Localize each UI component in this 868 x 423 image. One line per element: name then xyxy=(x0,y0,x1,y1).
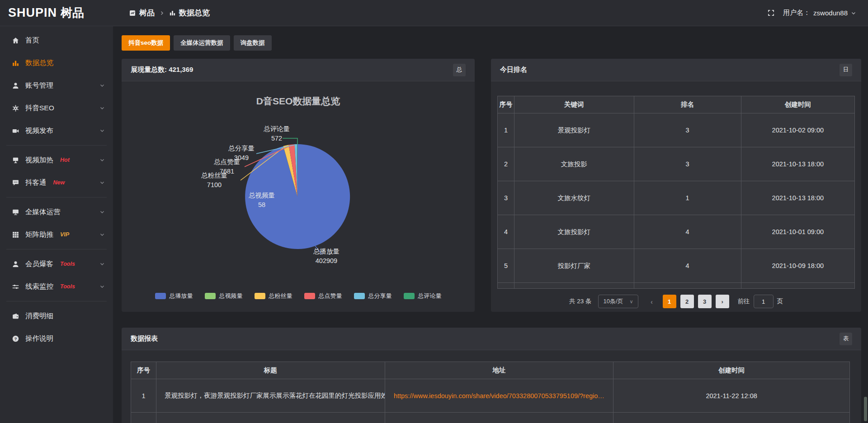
legend-label: 总播放量 xyxy=(170,292,193,300)
sidebar-item-matrix-boost[interactable]: 矩阵助推VIP xyxy=(0,223,113,246)
sidebar-item-operation-guide[interactable]: ?操作说明 xyxy=(0,327,113,350)
sidebar-divider xyxy=(6,145,107,146)
impressions-panel: 展现量总数: 421,369 总 D音SEO数据量总览 总播放量402909 总… xyxy=(122,59,475,312)
sidebar-item-label: 数据总览 xyxy=(25,58,53,68)
legend-swatch xyxy=(205,293,216,299)
sidebar-item-douyin-seo[interactable]: 抖音SEO xyxy=(0,97,113,119)
legend-label: 总评论量 xyxy=(418,292,442,300)
app-square-icon xyxy=(129,9,136,17)
breadcrumb-item-home[interactable]: 树品 xyxy=(129,8,155,18)
sidebar-item-account-management[interactable]: 账号管理 xyxy=(0,74,113,97)
chevron-down-icon xyxy=(99,128,105,133)
pie-chart: D音SEO数据量总览 总播放量402909 总视频量58 总粉丝量7100 总点 xyxy=(122,81,475,312)
legend-item-总播放量[interactable]: 总播放量 xyxy=(155,292,193,300)
pie-label-share: 总分享量3049 xyxy=(217,144,266,163)
scrollbar-thumb[interactable] xyxy=(864,397,867,421)
logo-text-en: SHUPIN xyxy=(8,6,57,20)
sidebar-badge: Tools xyxy=(60,261,75,267)
breadcrumb-item-current[interactable]: 数据总览 xyxy=(169,8,210,18)
sidebar-item-home[interactable]: 首页 xyxy=(0,29,113,52)
topbar: SHUPIN 树品 树品 数据总览 xyxy=(0,0,868,26)
bar-chart-icon xyxy=(169,9,176,16)
main-content: 抖音seo数据 全媒体运营数据 询盘数据 展现量总数: 421,369 总 D音… xyxy=(113,26,868,423)
next-page-button[interactable]: › xyxy=(716,295,729,308)
data-source-tabs: 抖音seo数据 全媒体运营数据 询盘数据 xyxy=(122,35,861,51)
douyin-seo-icon xyxy=(11,104,19,112)
col-index: 序号 xyxy=(498,96,514,113)
goto-page-input[interactable] xyxy=(754,295,774,308)
chevron-down-icon xyxy=(99,209,105,215)
chevron-down-icon: ∨ xyxy=(630,299,633,305)
sidebar-item-video-publish[interactable]: 视频发布 xyxy=(0,119,113,142)
chart-legend: 总播放量总视频量总粉丝量总点赞量总分享量总评论量 xyxy=(122,292,475,300)
user-menu[interactable]: 用户名：zswodun88 xyxy=(783,9,856,17)
table-view-button[interactable]: 表 xyxy=(840,333,852,345)
video-url-cell: https://www.iesdouyin.com/share/video/70… xyxy=(385,379,613,413)
sidebar-item-consumption-detail[interactable]: 消费明细 xyxy=(0,305,113,327)
ranking-panel-title: 今日排名 xyxy=(500,66,527,74)
total-view-button[interactable]: 总 xyxy=(453,64,466,76)
chevron-down-icon xyxy=(99,284,105,289)
table-row: 3文旅水纹灯12021-10-13 18:00 xyxy=(498,181,855,215)
sidebar-item-label: 线索监控 xyxy=(25,282,53,291)
legend-label: 总粉丝量 xyxy=(269,292,292,300)
impressions-total-label: 展现量总数: 421,369 xyxy=(131,66,193,74)
sidebar-item-douketong[interactable]: 抖客通New xyxy=(0,171,113,194)
operation-guide-icon: ? xyxy=(11,335,19,343)
chevron-right-icon xyxy=(159,10,165,16)
data-report-panel: 数据报表 表 序号 标题 地址 创建时间 xyxy=(122,328,861,423)
tab-inquiry-data[interactable]: 询盘数据 xyxy=(234,35,272,51)
sidebar-item-data-overview[interactable]: 数据总览 xyxy=(0,52,113,74)
report-table-header: 序号 标题 地址 创建时间 xyxy=(131,362,850,379)
fullscreen-icon[interactable] xyxy=(767,9,775,17)
video-link[interactable]: https://www.iesdouyin.com/share/video/70… xyxy=(394,392,604,400)
legend-item-总点赞量[interactable]: 总点赞量 xyxy=(304,292,342,300)
sidebar-item-clue-monitor[interactable]: 线索监控Tools xyxy=(0,275,113,298)
page-size-select[interactable]: 10条/页 ∨ xyxy=(598,295,638,308)
video-title-cell: 景观投影灯，夜游景观投影灯厂家展示展示落花灯在花园里的灯光投影应用效果 # xyxy=(156,379,385,413)
legend-item-总视频量[interactable]: 总视频量 xyxy=(205,292,243,300)
page-button-1[interactable]: 1 xyxy=(663,295,676,308)
logo: SHUPIN 树品 xyxy=(0,5,113,21)
col-created: 创建时间 xyxy=(613,362,850,379)
legend-item-总分享量[interactable]: 总分享量 xyxy=(354,292,392,300)
legend-swatch xyxy=(354,293,365,299)
sidebar-badge: New xyxy=(53,179,65,186)
daily-view-button[interactable]: 日 xyxy=(840,64,852,76)
sidebar-divider xyxy=(6,301,107,301)
table-row: 4文旅投影灯42021-10-01 09:00 xyxy=(498,215,855,249)
breadcrumb: 树品 数据总览 xyxy=(129,8,210,18)
legend-label: 总视频量 xyxy=(219,292,243,300)
legend-item-总粉丝量[interactable]: 总粉丝量 xyxy=(255,292,292,300)
breadcrumb-label: 数据总览 xyxy=(179,8,210,18)
sidebar-item-video-heating[interactable]: 视频加热Hot xyxy=(0,149,113,171)
pie-label-play: 总播放量402909 xyxy=(302,247,351,266)
prev-page-button[interactable]: ‹ xyxy=(645,295,659,308)
tab-douyin-seo-data[interactable]: 抖音seo数据 xyxy=(122,35,170,51)
col-url: 地址 xyxy=(385,362,613,379)
table-row: 2文旅投影32021-10-13 18:00 xyxy=(498,147,855,181)
breadcrumb-label: 树品 xyxy=(139,8,155,18)
goto-page: 前往 页 xyxy=(738,295,783,308)
table-row: 1景观投影灯32021-10-02 09:00 xyxy=(498,113,855,147)
sidebar-item-label: 操作说明 xyxy=(25,334,53,343)
legend-item-总评论量[interactable]: 总评论量 xyxy=(404,292,442,300)
legend-swatch xyxy=(155,293,166,299)
page-button-2[interactable]: 2 xyxy=(680,295,694,308)
douketong-icon xyxy=(11,179,19,187)
sidebar-item-media-operation[interactable]: 全媒体运营 xyxy=(0,201,113,223)
username-value: zswodun88 xyxy=(813,9,848,17)
legend-swatch xyxy=(255,293,265,299)
chevron-down-icon xyxy=(99,105,105,111)
home-icon xyxy=(11,37,19,44)
sidebar-divider xyxy=(6,197,107,197)
pagination: 共 23 条 10条/页 ∨ ‹ 123 › 前往 页 xyxy=(491,295,861,308)
pie-svg xyxy=(122,81,475,312)
page-button-3[interactable]: 3 xyxy=(698,295,712,308)
username-label: 用户名： xyxy=(783,9,810,17)
account-management-icon xyxy=(11,82,19,89)
legend-label: 总点赞量 xyxy=(319,292,342,300)
tab-media-operation-data[interactable]: 全媒体运营数据 xyxy=(174,35,230,51)
table-row-clipped xyxy=(131,413,850,423)
sidebar-item-member-baoke[interactable]: 会员爆客Tools xyxy=(0,253,113,275)
